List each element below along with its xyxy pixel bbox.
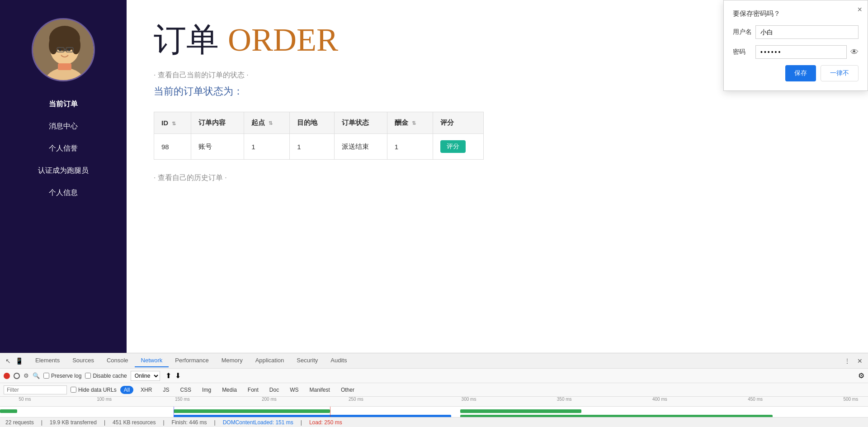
rating-button[interactable]: 评分 (440, 140, 466, 153)
ruler-450ms: 450 ms (746, 397, 763, 402)
sort-from-icon: ⇅ (269, 120, 273, 126)
col-fee: 酬金 ⇅ (387, 112, 433, 134)
hide-data-urls-text: Hide data URLs (78, 387, 117, 393)
devtools-right-icons: ⋮ ✕ (843, 356, 864, 365)
load-link[interactable]: Load: 250 ms (309, 419, 342, 426)
table-row: 98 账号 1 1 派送结束 1 评分 (154, 134, 484, 160)
cell-rating: 评分 (433, 134, 483, 160)
password-input[interactable] (755, 45, 847, 59)
status-finish: Finish: 446 ms (172, 419, 207, 426)
devtools-cursor-icon[interactable]: ↖ (4, 356, 13, 365)
filter-font-button[interactable]: Font (244, 386, 262, 394)
filter-all-button[interactable]: All (120, 386, 133, 394)
filter-ws-button[interactable]: WS (286, 386, 302, 394)
popup-title: 要保存密码吗？ (733, 9, 859, 18)
throttle-select[interactable]: Online (131, 371, 160, 381)
search-icon[interactable]: 🔍 (33, 372, 40, 379)
status-separator-1: | (41, 419, 42, 426)
filter-manifest-button[interactable]: Manifest (306, 386, 334, 394)
cell-status: 派送结束 (334, 134, 387, 160)
filter-other-button[interactable]: Other (337, 386, 358, 394)
tab-security[interactable]: Security (290, 354, 324, 367)
tab-application[interactable]: Application (249, 354, 291, 367)
ruler-200ms: 200 ms (260, 397, 277, 402)
filter-xhr-button[interactable]: XHR (137, 386, 156, 394)
tab-elements[interactable]: Elements (29, 354, 66, 367)
password-label: 密码 (733, 48, 755, 56)
sidebar-item-become-runner[interactable]: 认证成为跑腿员 (0, 161, 127, 180)
ruler-500ms: 500 ms (842, 397, 858, 402)
hide-data-urls-checkbox[interactable] (71, 387, 76, 393)
sidebar-item-current-order[interactable]: 当前订单 (0, 95, 127, 114)
devtools-close-icon[interactable]: ✕ (855, 356, 864, 365)
sidebar-item-personal-info[interactable]: 个人信息 (0, 184, 127, 202)
popup-buttons: 保存 一律不 (733, 65, 859, 81)
download-icon[interactable]: ⬇ (175, 371, 181, 380)
tab-memory[interactable]: Memory (215, 354, 249, 367)
username-input-wrap: 小白 (755, 25, 859, 39)
password-input-wrap: 👁 (755, 45, 859, 59)
timeline-ruler: 50 ms 100 ms 150 ms 200 ms 250 ms 300 ms… (0, 397, 868, 407)
filter-input[interactable] (4, 385, 67, 394)
col-status: 订单状态 (334, 112, 387, 134)
cell-content: 账号 (191, 134, 244, 160)
preserve-log-label[interactable]: Preserve log (43, 373, 81, 379)
save-password-button[interactable]: 保存 (785, 65, 816, 81)
devtools-more-icon[interactable]: ⋮ (843, 356, 852, 365)
status-separator-4: | (214, 419, 216, 426)
hide-data-urls-label[interactable]: Hide data URLs (71, 387, 117, 393)
disable-cache-checkbox[interactable] (85, 373, 91, 379)
sidebar-item-messages[interactable]: 消息中心 (0, 117, 127, 136)
ruler-300ms: 300 ms (460, 397, 476, 402)
col-to: 目的地 (290, 112, 334, 134)
devtools-status-bar: 22 requests | 19.9 KB transferred | 451 … (0, 417, 868, 427)
app-container: 当前订单 消息中心 个人信誉 认证成为跑腿员 个人信息 要保存密码吗？ × 用户… (0, 0, 868, 353)
filter-media-button[interactable]: Media (218, 386, 241, 394)
ruler-400ms: 400 ms (651, 397, 667, 402)
svg-rect-11 (58, 63, 71, 70)
tab-network[interactable]: Network (135, 354, 169, 367)
filter-icon[interactable]: ⚙ (24, 372, 29, 379)
sidebar: 当前订单 消息中心 个人信誉 认证成为跑腿员 个人信息 (0, 0, 127, 353)
settings-gear-icon[interactable]: ⚙ (858, 371, 864, 380)
tab-performance[interactable]: Performance (169, 354, 215, 367)
filter-doc-button[interactable]: Doc (266, 386, 283, 394)
cell-to: 1 (290, 134, 334, 160)
timeline-bar-3 (174, 415, 451, 417)
ruler-350ms: 350 ms (556, 397, 572, 402)
status-transferred: 19.9 KB transferred (50, 419, 97, 426)
devtools-left-icons: ↖ 📱 (4, 356, 24, 365)
ruler-50ms: 50 ms (17, 397, 31, 402)
ruler-100ms: 100 ms (95, 397, 112, 402)
ruler-250ms: 250 ms (347, 397, 363, 402)
filter-css-button[interactable]: CSS (176, 386, 195, 394)
col-content: 订单内容 (191, 112, 244, 134)
devtools-device-icon[interactable]: 📱 (14, 356, 24, 365)
dom-content-loaded-link[interactable]: DOMContentLoaded: 151 ms (223, 419, 293, 426)
upload-icon[interactable]: ⬆ (165, 371, 171, 380)
tab-console[interactable]: Console (100, 354, 135, 367)
filter-img-button[interactable]: Img (198, 386, 215, 394)
filter-js-button[interactable]: JS (159, 386, 173, 394)
tab-sources[interactable]: Sources (66, 354, 100, 367)
username-row: 用户名 小白 (733, 25, 859, 39)
sidebar-item-reputation[interactable]: 个人信誉 (0, 139, 127, 158)
cell-id: 98 (154, 134, 191, 160)
timeline-bar-6 (460, 415, 773, 417)
never-save-button[interactable]: 一律不 (821, 65, 859, 81)
sidebar-navigation: 当前订单 消息中心 个人信誉 认证成为跑腿员 个人信息 (0, 95, 127, 202)
disable-cache-label[interactable]: Disable cache (85, 373, 127, 379)
popup-close-button[interactable]: × (857, 5, 862, 14)
username-label: 用户名 (733, 28, 755, 36)
username-select[interactable]: 小白 (755, 25, 859, 39)
history-label: · 查看自己的历史订单 · (154, 173, 841, 183)
clear-button[interactable] (14, 373, 20, 379)
devtools-toolbar: ⚙ 🔍 Preserve log Disable cache Online ⬆ … (0, 369, 868, 383)
tab-audits[interactable]: Audits (324, 354, 353, 367)
record-button[interactable] (4, 373, 10, 379)
status-separator-5: | (301, 419, 302, 426)
password-save-popup: 要保存密码吗？ × 用户名 小白 密码 👁 保存 一律不 (723, 0, 868, 91)
cell-fee: 1 (387, 134, 433, 160)
preserve-log-checkbox[interactable] (43, 373, 49, 379)
show-password-icon[interactable]: 👁 (850, 47, 859, 57)
